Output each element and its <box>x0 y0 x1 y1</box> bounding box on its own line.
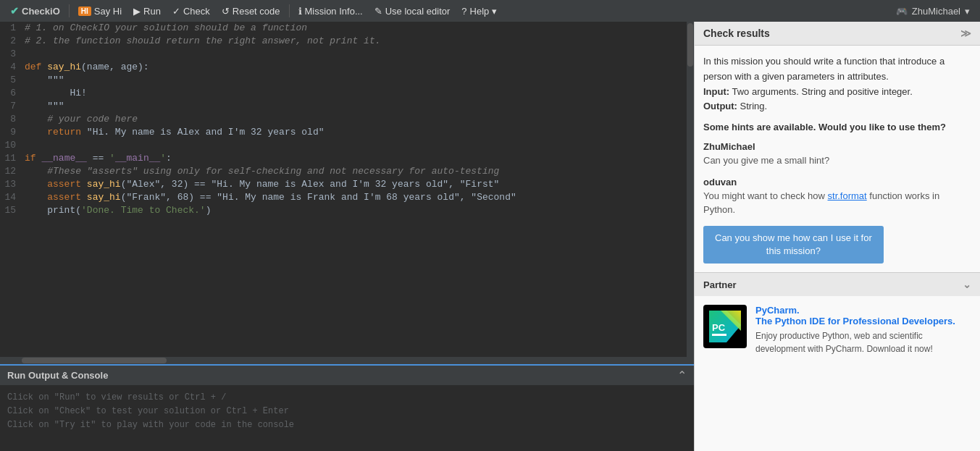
scrollbar-thumb[interactable] <box>687 23 693 67</box>
chat-user-1: oduvan <box>703 177 971 187</box>
mission-info-button[interactable]: ℹ Mission Info... <box>294 4 367 18</box>
code-content[interactable]: assert say_hi("Frank", 68) == "Hi. My na… <box>22 191 694 204</box>
table-row: 3 <box>0 48 694 61</box>
main-layout: 1# 1. on CheckIO your solution should be… <box>0 22 980 451</box>
brand-logo[interactable]: ✔ CheckiO <box>6 4 64 18</box>
code-content[interactable]: Hi! <box>22 87 694 100</box>
chat-entry-0: ZhuMichael Can you give me a small hint? <box>703 141 971 168</box>
output-value: String. <box>740 101 768 111</box>
partner-header: Partner ⌄ <box>695 273 980 296</box>
table-row: 14 assert say_hi("Frank", 68) == "Hi. My… <box>0 191 694 204</box>
check-results-section: Check results ≫ In this mission you shou… <box>695 22 980 272</box>
line-number: 7 <box>0 100 22 113</box>
table-row: 9 return "Hi. My name is Alex and I'm 32… <box>0 126 694 139</box>
pycharm-logo[interactable]: PC <box>703 305 747 348</box>
hint-button[interactable]: Can you show me how can I use it forthis… <box>703 226 884 264</box>
code-table: 1# 1. on CheckIO your solution should be… <box>0 22 694 217</box>
input-value: Two arguments. String and positive integ… <box>732 86 912 97</box>
check-results-title: Check results <box>703 28 770 39</box>
line-number: 15 <box>0 204 22 217</box>
code-content[interactable]: """ <box>22 100 694 113</box>
partner-title: Partner <box>703 279 737 290</box>
mission-info-label: Mission Info... <box>305 6 363 17</box>
reset-code-button[interactable]: ↺ Reset code <box>217 4 285 18</box>
partner-expand-icon[interactable]: ⌄ <box>963 279 971 290</box>
code-content[interactable]: assert say_hi("Alex", 32) == "Hi. My nam… <box>22 178 694 191</box>
separator-1 <box>69 4 70 17</box>
pycharm-tagline: The Python IDE for Professional Develope… <box>755 316 955 326</box>
table-row: 1# 1. on CheckIO your solution should be… <box>0 22 694 35</box>
code-content[interactable]: # 2. the function should return the righ… <box>22 35 694 48</box>
line-number: 2 <box>0 35 22 48</box>
table-row: 6 Hi! <box>0 87 694 100</box>
console-line-2: Click on "Check" to test your solution o… <box>7 405 687 418</box>
code-content[interactable] <box>22 48 694 61</box>
table-row: 11if __name__ == '__main__': <box>0 152 694 165</box>
info-icon: ℹ <box>298 6 302 17</box>
reset-label: Reset code <box>233 6 280 17</box>
code-content[interactable]: # your code here <box>22 113 694 126</box>
table-row: 4def say_hi(name, age): <box>0 61 694 74</box>
console-line-3: Click on "Try it" to play with your code… <box>7 418 687 432</box>
username-label: ZhuMichael <box>912 6 960 17</box>
line-number: 8 <box>0 113 22 126</box>
code-content[interactable]: """ <box>22 74 694 87</box>
line-number: 3 <box>0 48 22 61</box>
say-hi-button[interactable]: HI Say Hi <box>74 4 126 18</box>
table-row: 12 #These "asserts" using only for self-… <box>0 165 694 178</box>
chat-msg-0: Can you give me a small hint? <box>703 153 971 168</box>
line-number: 10 <box>0 139 22 152</box>
code-content[interactable]: #These "asserts" using only for self-che… <box>22 165 694 178</box>
line-number: 6 <box>0 87 22 100</box>
code-content[interactable]: print('Done. Time to Check.') <box>22 204 694 217</box>
partner-text: PyCharm. The Python IDE for Professional… <box>755 305 971 355</box>
pycharm-description: Enjoy productive Python, web and scienti… <box>755 329 971 355</box>
reset-icon: ↺ <box>222 6 230 17</box>
partner-body: PC PyCharm. The Python IDE for Professio… <box>695 296 980 364</box>
right-panel: Check results ≫ In this mission you shou… <box>694 22 980 451</box>
h-scrollbar-thumb[interactable] <box>22 358 167 363</box>
check-button[interactable]: ✓ Check <box>168 4 214 18</box>
editor-icon: ✎ <box>374 6 382 17</box>
help-label: Help ▾ <box>470 6 497 17</box>
left-panel: 1# 1. on CheckIO your solution should be… <box>0 22 694 451</box>
line-number: 12 <box>0 165 22 178</box>
chat-msg-1: You might want to check how str.format f… <box>703 189 971 217</box>
pycharm-link[interactable]: PyCharm. The Python IDE for Professional… <box>755 305 955 326</box>
code-content[interactable]: # 1. on CheckIO your solution should be … <box>22 22 694 35</box>
code-editor[interactable]: 1# 1. on CheckIO your solution should be… <box>0 22 694 357</box>
check-label: Check <box>183 6 210 17</box>
expand-icon[interactable]: ≫ <box>960 28 971 39</box>
str-format-link[interactable]: str.format <box>828 190 867 201</box>
use-local-editor-button[interactable]: ✎ Use local editor <box>370 4 455 18</box>
pycharm-name: PyCharm. <box>755 305 800 316</box>
pycharm-svg: PC <box>706 308 744 345</box>
description-text: In this mission you should write a funct… <box>703 56 945 82</box>
table-row: 5 """ <box>0 74 694 87</box>
input-label: Input: <box>703 86 729 97</box>
code-content[interactable]: if __name__ == '__main__': <box>22 152 694 165</box>
user-avatar-icon: 🎮 <box>896 6 908 17</box>
svg-rect-3 <box>712 334 726 336</box>
help-button[interactable]: ? Help ▾ <box>457 4 501 18</box>
partner-section: Partner ⌄ <box>695 272 980 364</box>
horizontal-scrollbar[interactable] <box>0 357 694 364</box>
checkio-icon: ✔ <box>10 5 19 17</box>
line-number: 14 <box>0 191 22 204</box>
run-button[interactable]: ▶ Run <box>129 4 165 18</box>
check-description: In this mission you should write a funct… <box>703 54 971 114</box>
toolbar: ✔ CheckiO HI Say Hi ▶ Run ✓ Check ↺ Rese… <box>0 0 980 22</box>
code-content[interactable] <box>22 139 694 152</box>
help-icon: ? <box>461 6 466 17</box>
editor-scrollbar[interactable] <box>687 22 694 357</box>
code-content[interactable]: def say_hi(name, age): <box>22 61 694 74</box>
msg-before: You might want to check how <box>703 190 828 201</box>
run-icon: ▶ <box>133 6 141 17</box>
code-content[interactable]: return "Hi. My name is Alex and I'm 32 y… <box>22 126 694 139</box>
table-row: 7 """ <box>0 100 694 113</box>
user-menu[interactable]: 🎮 ZhuMichael ▾ <box>892 4 974 18</box>
check-icon: ✓ <box>172 6 180 17</box>
local-editor-label: Use local editor <box>385 6 451 17</box>
line-number: 13 <box>0 178 22 191</box>
console-collapse-button[interactable]: ⌃ <box>677 368 687 382</box>
